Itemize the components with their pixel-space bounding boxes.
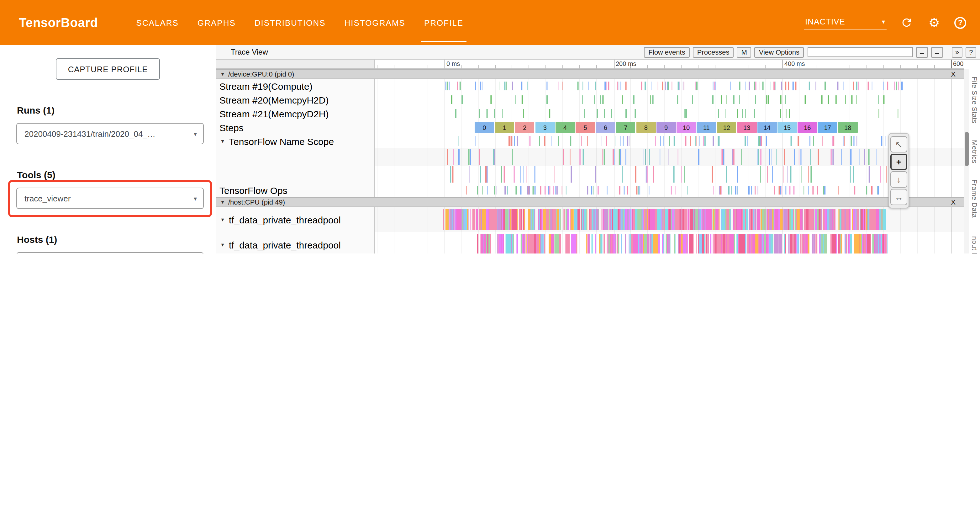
tab-distributions[interactable]: DISTRIBUTIONS [245, 0, 335, 45]
tab-profile[interactable]: PROFILE [415, 0, 473, 45]
step-block[interactable]: 11 [697, 122, 716, 133]
hosts-label: Hosts (1) [17, 234, 216, 245]
refresh-icon[interactable] [899, 15, 914, 30]
row-track[interactable] [375, 107, 964, 121]
tools-select-wrap: trace_viewer ▾ [16, 188, 204, 209]
gear-icon[interactable]: ⚙ [927, 15, 942, 30]
zoom-tool-button[interactable]: + [890, 154, 907, 170]
side-tab-file-size-stats[interactable]: File Size Stats [971, 77, 978, 124]
row-label: TensorFlow Ops [216, 183, 375, 197]
step-block[interactable]: 7 [616, 122, 635, 133]
row-label: Stream #20(MemcpyH2D) [216, 93, 375, 107]
gpu-rows: Stream #19(Compute)Stream #20(MemcpyH2D)… [216, 79, 964, 197]
metadata-button[interactable]: M [737, 47, 751, 57]
step-block[interactable]: 2 [515, 122, 535, 133]
runs-select-value: 20200409-231431/train/2020_04_… [24, 129, 156, 138]
row-label[interactable]: ▾TensorFlow Name Scope [216, 134, 375, 148]
step-block[interactable]: 16 [797, 122, 817, 133]
row-track[interactable] [375, 79, 964, 93]
analysis-side-tabs: File Size Stats Metrics Frame Data Input… [969, 69, 980, 254]
trace-toolbar-actions: Flow events Processes M View Options ← →… [641, 47, 976, 57]
row-track[interactable]: 0123456789101112131415161718 [375, 121, 964, 134]
step-block[interactable]: 9 [657, 122, 676, 133]
timing-tool-button[interactable]: ↔ [890, 189, 907, 205]
step-block[interactable]: 13 [737, 122, 756, 133]
find-next-button[interactable]: → [931, 47, 943, 57]
row-track[interactable] [375, 134, 964, 148]
row-label[interactable]: ▾tf_data_private_threadpool [216, 207, 375, 232]
tab-scalars[interactable]: SCALARS [127, 0, 188, 45]
step-block[interactable]: 17 [818, 122, 837, 133]
row-label: Steps [216, 121, 375, 134]
step-block[interactable]: 15 [778, 122, 797, 133]
row-track[interactable] [375, 232, 964, 254]
collapse-icon[interactable]: ▾ [220, 199, 226, 205]
row-track[interactable] [375, 207, 964, 232]
view-options-button[interactable]: View Options [755, 47, 804, 57]
gpu-close-button[interactable]: X [951, 70, 956, 78]
row-track[interactable] [375, 166, 964, 183]
vertical-scrollbar[interactable] [964, 69, 969, 254]
row-label [216, 148, 375, 166]
side-tab-metrics[interactable]: Metrics [971, 140, 978, 163]
step-block[interactable]: 12 [717, 122, 737, 133]
fast-forward-button[interactable]: » [952, 47, 963, 57]
step-block[interactable]: 0 [475, 122, 494, 133]
step-block[interactable]: 10 [676, 122, 696, 133]
step-block[interactable]: 18 [838, 122, 858, 133]
step-block[interactable]: 1 [495, 122, 514, 133]
topbar: TensorBoard SCALARS GRAPHS DISTRIBUTIONS… [0, 0, 980, 45]
row-label: Stream #19(Compute) [216, 79, 375, 93]
processes-button[interactable]: Processes [693, 47, 734, 57]
capture-profile-button[interactable]: CAPTURE PROFILE [56, 58, 160, 80]
row-label[interactable]: ▾tf_data_private_threadpool [216, 232, 375, 254]
row-label-text: Stream #21(MemcpyD2H) [220, 108, 329, 119]
row-expand-icon[interactable]: ▾ [220, 217, 226, 223]
cpu-rows: ▾tf_data_private_threadpool▾tf_data_priv… [216, 207, 964, 254]
collapse-icon[interactable]: ▾ [220, 71, 226, 77]
gpu-row [216, 166, 964, 183]
cpu-close-button[interactable]: X [951, 198, 956, 206]
step-block[interactable]: 6 [596, 122, 615, 133]
row-track[interactable] [375, 183, 964, 197]
tools-select[interactable]: trace_viewer ▾ [16, 188, 204, 209]
step-block[interactable]: 5 [576, 122, 595, 133]
row-track[interactable] [375, 93, 964, 107]
step-block[interactable]: 14 [757, 122, 777, 133]
step-block[interactable]: 8 [636, 122, 655, 133]
tab-graphs[interactable]: GRAPHS [188, 0, 245, 45]
tab-histograms[interactable]: HISTOGRAMS [335, 0, 415, 45]
runs-select[interactable]: 20200409-231431/train/2020_04_… ▾ [16, 123, 204, 144]
gpu-row: TensorFlow Ops [216, 183, 964, 197]
data-status-select[interactable]: INACTIVE ▾ [804, 16, 886, 29]
app-title: TensorBoard [19, 0, 98, 45]
cpu-section-title: /host:CPU (pid 49) [228, 198, 285, 206]
selection-tool-button[interactable]: ↖ [890, 136, 907, 153]
flow-events-button[interactable]: Flow events [644, 47, 689, 57]
trace-help-button[interactable]: ? [966, 47, 976, 57]
gpu-row: Stream #19(Compute) [216, 79, 964, 93]
chevron-down-icon: ▾ [882, 18, 885, 25]
find-prev-button[interactable]: ← [916, 47, 928, 57]
row-expand-icon[interactable]: ▾ [220, 242, 226, 248]
hosts-select[interactable]: 8efc5e791540 ▾ [16, 252, 204, 254]
ruler-tick-label: 600 [953, 60, 963, 67]
scrollbar-thumb[interactable] [965, 132, 969, 166]
trace-events [375, 166, 964, 183]
row-label-text: tf_data_private_threadpool [229, 239, 341, 250]
row-track[interactable] [375, 148, 964, 166]
cpu-section-header[interactable]: ▾ /host:CPU (pid 49) X [216, 197, 964, 207]
side-tab-input-latency[interactable]: Input Latency [971, 234, 978, 254]
row-expand-icon[interactable]: ▾ [220, 138, 226, 144]
help-icon[interactable]: ? [954, 17, 966, 29]
trace-events [375, 107, 964, 121]
row-label-text: tf_data_private_threadpool [229, 214, 341, 225]
trace-search-input[interactable] [808, 47, 913, 57]
gpu-section-header[interactable]: ▾ /device:GPU:0 (pid 0) X [216, 69, 964, 79]
gpu-row: Steps0123456789101112131415161718 [216, 121, 964, 134]
pan-tool-button[interactable]: ↓ [890, 171, 907, 188]
chevron-down-icon: ▾ [194, 130, 197, 137]
step-block[interactable]: 4 [555, 122, 575, 133]
step-block[interactable]: 3 [535, 122, 555, 133]
side-tab-frame-data[interactable]: Frame Data [971, 180, 978, 218]
